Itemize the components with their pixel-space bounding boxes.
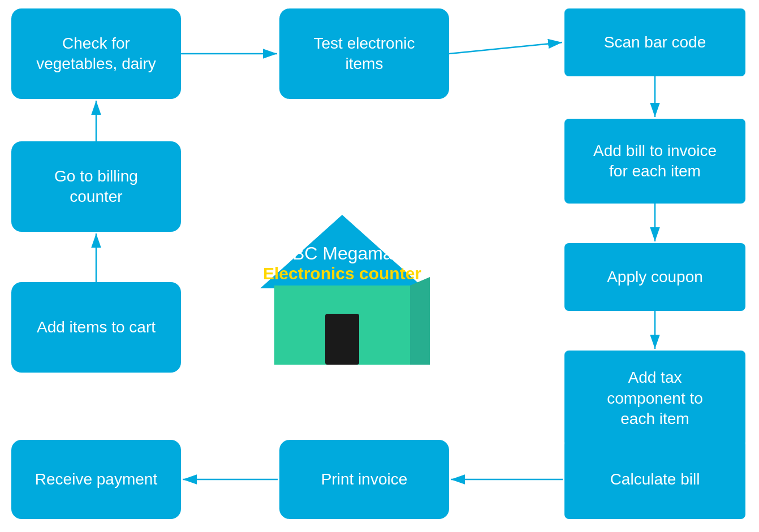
scan-bar-label: Scan bar code bbox=[604, 32, 706, 53]
go-billing-node: Go to billing counter bbox=[11, 141, 181, 232]
add-bill-label: Add bill to invoice for each item bbox=[593, 141, 717, 182]
calc-bill-node: Calculate bill bbox=[564, 440, 745, 519]
flowchart: Check for vegetables, dairy Test electro… bbox=[0, 0, 759, 532]
house-title: ABC Megamart bbox=[263, 243, 421, 264]
add-cart-label: Add items to cart bbox=[37, 317, 156, 338]
add-tax-label: Add tax component to each item bbox=[607, 367, 703, 429]
test-elec-label: Test electronic items bbox=[314, 33, 415, 75]
scan-bar-node: Scan bar code bbox=[564, 8, 745, 76]
apply-coupon-label: Apply coupon bbox=[607, 267, 703, 287]
go-billing-label: Go to billing counter bbox=[54, 166, 138, 207]
add-tax-node: Add tax component to each item bbox=[564, 351, 745, 447]
receive-pay-node: Receive payment bbox=[11, 440, 181, 519]
add-cart-node: Add items to cart bbox=[11, 282, 181, 373]
receive-pay-label: Receive payment bbox=[35, 469, 157, 490]
calc-bill-label: Calculate bill bbox=[610, 469, 700, 490]
house-subtitle: Electronics counter bbox=[263, 264, 421, 283]
check-veg-node: Check for vegetables, dairy bbox=[11, 8, 181, 99]
print-inv-label: Print invoice bbox=[321, 469, 408, 490]
svg-marker-13 bbox=[410, 277, 430, 365]
add-bill-node: Add bill to invoice for each item bbox=[564, 119, 745, 204]
svg-line-2 bbox=[449, 42, 562, 54]
house-label: ABC Megamart Electronics counter bbox=[263, 243, 421, 283]
apply-coupon-node: Apply coupon bbox=[564, 243, 745, 311]
test-elec-node: Test electronic items bbox=[279, 8, 449, 99]
check-veg-label: Check for vegetables, dairy bbox=[36, 33, 156, 75]
print-inv-node: Print invoice bbox=[279, 440, 449, 519]
svg-rect-14 bbox=[325, 314, 359, 365]
house-illustration: ABC Megamart Electronics counter bbox=[243, 198, 441, 373]
house-svg bbox=[243, 198, 441, 373]
